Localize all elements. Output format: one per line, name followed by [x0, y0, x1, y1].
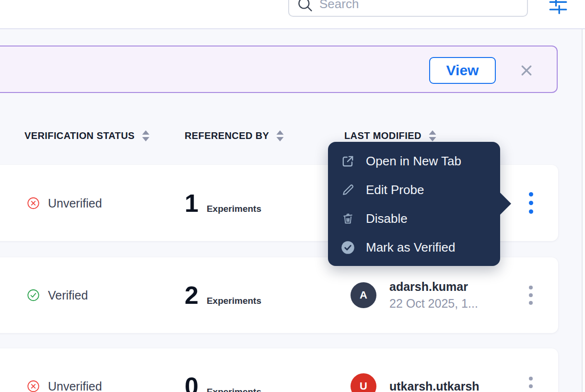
row-actions-kebab-icon[interactable]: [524, 284, 538, 307]
column-label: Referenced By: [185, 130, 269, 141]
menu-item-label: Mark as Verified: [366, 240, 455, 255]
modified-by-block: adarsh.kumar 22 Oct 2025, 1...: [389, 280, 478, 311]
table-row[interactable]: Unverified 0 Experiments U utkarsh.utkar…: [0, 348, 558, 392]
column-header-referenced-by[interactable]: Referenced By: [185, 130, 284, 141]
verification-status-cell: Unverified: [27, 196, 102, 210]
modified-by-user: adarsh.kumar: [389, 280, 478, 294]
menu-item-open-in-new-tab[interactable]: Open in New Tab: [328, 147, 500, 175]
column-label: Last Modified: [344, 130, 421, 141]
close-icon[interactable]: [519, 60, 534, 81]
experiment-count-label: Experiments: [207, 387, 261, 392]
experiment-count: 1: [185, 191, 199, 216]
external-link-icon: [340, 154, 355, 168]
search-input[interactable]: [319, 0, 521, 12]
referenced-by-cell: 0 Experiments: [185, 374, 261, 392]
pencil-icon: [340, 183, 355, 197]
status-label: Unverified: [48, 196, 102, 210]
unverified-icon: [27, 380, 40, 392]
modified-date: 22 Oct 2025, 1...: [389, 297, 478, 311]
verification-status-cell: Verified: [27, 288, 88, 302]
verified-icon: [27, 289, 40, 302]
menu-item-mark-as-verified[interactable]: Mark as Verified: [328, 233, 500, 262]
referenced-by-cell: 1 Experiments: [185, 191, 261, 216]
verification-status-cell: Unverified: [27, 380, 102, 392]
referenced-by-cell: 2 Experiments: [185, 283, 261, 308]
menu-item-label: Edit Probe: [366, 183, 424, 197]
table-header-row: Verification Status Referenced By Last M…: [0, 130, 585, 145]
avatar: U: [351, 373, 376, 392]
modified-by-block: utkarsh.utkarsh: [389, 380, 480, 392]
status-label: Verified: [48, 288, 88, 302]
notification-banner: View: [0, 46, 558, 93]
column-header-last-modified[interactable]: Last Modified: [344, 130, 436, 141]
modified-by-user: utkarsh.utkarsh: [389, 380, 480, 392]
table-row[interactable]: Verified 2 Experiments A adarsh.kumar 22…: [0, 257, 558, 333]
sort-icon[interactable]: [142, 130, 150, 141]
unverified-icon: [27, 196, 40, 209]
row-actions-kebab-icon[interactable]: [524, 190, 538, 216]
filter-sliders-icon[interactable]: [549, 0, 567, 14]
menu-item-edit-probe[interactable]: Edit Probe: [328, 175, 500, 204]
top-bar: [0, 0, 585, 29]
status-label: Unverified: [48, 380, 102, 392]
menu-item-label: Open in New Tab: [366, 154, 461, 169]
check-circle-icon: [340, 240, 355, 254]
probe-list-page: View Verification Status Referenced By L…: [0, 0, 585, 392]
search-box[interactable]: [288, 0, 528, 17]
experiment-count: 2: [185, 283, 199, 308]
menu-item-disable[interactable]: Disable: [328, 204, 500, 233]
trash-icon: [340, 211, 355, 226]
last-modified-cell: A adarsh.kumar 22 Oct 2025, 1...: [351, 280, 478, 311]
sort-icon[interactable]: [429, 130, 436, 141]
experiment-count-label: Experiments: [207, 296, 261, 306]
menu-item-label: Disable: [366, 211, 408, 226]
column-header-verification-status[interactable]: Verification Status: [24, 130, 150, 141]
search-icon: [297, 0, 313, 12]
sort-icon[interactable]: [276, 130, 284, 141]
avatar: A: [351, 282, 376, 308]
view-button[interactable]: View: [429, 57, 496, 84]
column-label: Verification Status: [24, 130, 135, 141]
experiment-count-label: Experiments: [207, 204, 261, 214]
last-modified-cell: U utkarsh.utkarsh: [351, 373, 480, 392]
row-context-menu: Open in New Tab Edit Probe Disable: [328, 142, 500, 266]
row-actions-kebab-icon[interactable]: [524, 375, 538, 392]
experiment-count: 0: [185, 374, 199, 392]
scrollbar-track[interactable]: [582, 29, 585, 392]
